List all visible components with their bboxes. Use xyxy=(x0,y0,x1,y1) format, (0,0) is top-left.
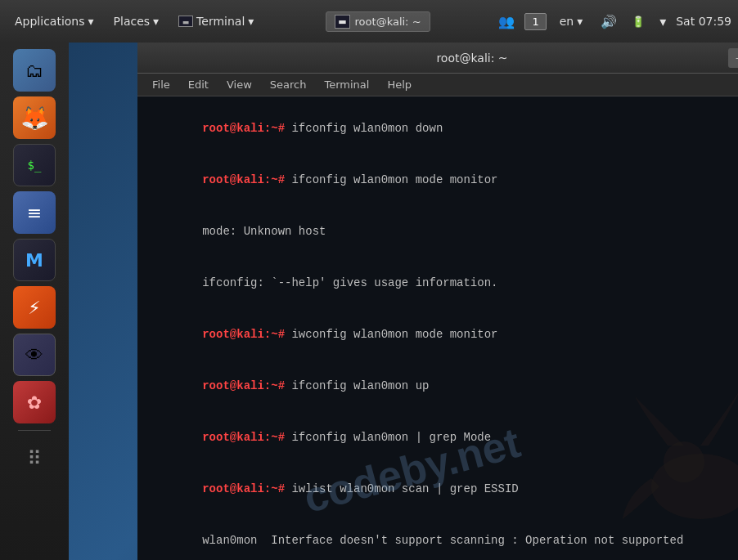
places-menu[interactable]: Places ▾ xyxy=(106,11,168,31)
apps-grid-icon: ⠿ xyxy=(27,447,42,470)
dock-separator xyxy=(18,430,51,431)
people-icon[interactable]: 👥 xyxy=(493,12,520,31)
prompt-6: root@kali:~# xyxy=(202,482,285,495)
term-output-3: wlan0mon Interface doesn't support scann… xyxy=(147,515,738,560)
applications-label: Applications xyxy=(15,15,85,28)
language-label: en xyxy=(560,15,574,28)
menu-help[interactable]: Help xyxy=(379,77,420,92)
git-icon: ✿ xyxy=(27,392,42,413)
term-line-6: root@kali:~# iwlist wlan0mon scan | grep… xyxy=(147,464,738,515)
terminal-menubar: File Edit View Search Terminal Help xyxy=(137,74,738,96)
menu-view[interactable]: View xyxy=(218,77,260,92)
cmd-1: ifconfig wlan0mon down xyxy=(285,122,443,135)
metasploit-icon: M xyxy=(25,250,43,271)
taskbar: Applications ▾ Places ▾ ▬ Terminal ▾ ▬ r… xyxy=(0,0,738,43)
cmd-4: ifconfig wlan0mon up xyxy=(285,379,429,392)
power-icon[interactable]: 🔋 xyxy=(627,14,650,29)
applications-menu[interactable]: Applications ▾ xyxy=(7,11,102,31)
minimize-button[interactable]: – xyxy=(728,48,738,68)
term-output-1: mode: Unknown host xyxy=(147,206,738,258)
files-icon: 🗂 xyxy=(25,60,43,81)
term-line-2: root@kali:~# ifconfig wlan0mon mode moni… xyxy=(147,155,738,206)
term-line-5: root@kali:~# ifconfig wlan0mon | grep Mo… xyxy=(147,412,738,464)
language-selector[interactable]: en ▾ xyxy=(551,11,592,31)
terminal-task-label: root@kali: ~ xyxy=(355,16,421,28)
prompt-4: root@kali:~# xyxy=(202,379,285,392)
terminal-dock-icon: $_ xyxy=(28,159,42,172)
volume-icon[interactable]: 🔊 xyxy=(596,12,622,31)
term-line-3: root@kali:~# iwconfig wlan0mon mode moni… xyxy=(147,309,738,361)
term-line-4: root@kali:~# ifconfig wlan0mon up xyxy=(147,361,738,412)
dock-icon-metasploit[interactable]: M xyxy=(13,239,56,281)
burp-icon: ⚡ xyxy=(28,298,40,318)
system-dropdown-icon[interactable]: ▾ xyxy=(655,12,671,31)
terminal-icon-small: ▬ xyxy=(178,16,193,27)
clock: Sat 07:59 xyxy=(676,15,731,28)
term-output-2: ifconfig: `--help' gives usage informati… xyxy=(147,258,738,309)
dock-icon-firefox[interactable]: 🦊 xyxy=(13,96,56,139)
places-label: Places xyxy=(114,15,151,28)
dock: 🗂 🦊 $_ ≡ M ⚡ 👁 ✿ ⠿ xyxy=(0,43,69,560)
menu-edit[interactable]: Edit xyxy=(180,77,217,92)
lang-dropdown-icon: ▾ xyxy=(577,15,583,28)
cmd-5: ifconfig wlan0mon | grep Mode xyxy=(285,431,491,444)
terminal-dropdown-icon: ▾ xyxy=(248,15,254,28)
dock-icon-notes[interactable]: ≡ xyxy=(13,191,56,234)
dock-icon-git[interactable]: ✿ xyxy=(13,381,56,423)
desktop: 🗂 🦊 $_ ≡ M ⚡ 👁 ✿ ⠿ root@k xyxy=(0,43,738,560)
places-dropdown-icon: ▾ xyxy=(153,15,159,28)
cmd-6: iwlist wlan0mon scan | grep ESSID xyxy=(285,482,519,495)
dock-icon-terminal[interactable]: $_ xyxy=(13,144,56,186)
prompt-1: root@kali:~# xyxy=(202,122,285,135)
terminal-menu-label: Terminal xyxy=(196,15,245,28)
eye-icon: 👁 xyxy=(25,345,43,365)
terminal-titlebar: root@kali: ~ – □ ✕ xyxy=(137,43,738,74)
terminal-window: root@kali: ~ – □ ✕ File Edit Vie xyxy=(137,43,738,560)
prompt-3: root@kali:~# xyxy=(202,328,285,341)
applications-dropdown-icon: ▾ xyxy=(88,15,94,28)
dock-icon-eye[interactable]: 👁 xyxy=(13,334,56,376)
menu-file[interactable]: File xyxy=(144,77,178,92)
term-line-1: root@kali:~# ifconfig wlan0mon down xyxy=(147,103,738,155)
terminal-taskbar-button[interactable]: ▬ root@kali: ~ xyxy=(326,11,430,32)
dock-icon-apps[interactable]: ⠿ xyxy=(13,437,56,480)
dock-icon-burp[interactable]: ⚡ xyxy=(13,286,56,329)
notes-icon: ≡ xyxy=(27,203,42,223)
terminal-menu[interactable]: ▬ Terminal ▾ xyxy=(170,11,262,31)
taskbar-right: 👥 1 en ▾ 🔊 🔋 ▾ Sat 07:59 xyxy=(493,11,731,31)
prompt-2: root@kali:~# xyxy=(202,173,285,186)
firefox-icon: 🦊 xyxy=(20,105,49,132)
cmd-2: ifconfig wlan0mon mode monitor xyxy=(285,173,497,186)
menu-terminal[interactable]: Terminal xyxy=(316,77,377,92)
prompt-5: root@kali:~# xyxy=(202,431,285,444)
terminal-title: root@kali: ~ xyxy=(364,52,581,65)
dock-icon-files[interactable]: 🗂 xyxy=(13,49,56,92)
taskbar-center: ▬ root@kali: ~ xyxy=(265,11,490,32)
menu-search[interactable]: Search xyxy=(262,77,315,92)
window-controls: – □ ✕ xyxy=(728,48,738,68)
cmd-3: iwconfig wlan0mon mode monitor xyxy=(285,328,497,341)
terminal-task-icon: ▬ xyxy=(335,15,349,29)
terminal-content[interactable]: codeby.net root@kali:~# ifconfig wlan0mo… xyxy=(137,96,738,560)
workspace-badge[interactable]: 1 xyxy=(524,13,546,30)
